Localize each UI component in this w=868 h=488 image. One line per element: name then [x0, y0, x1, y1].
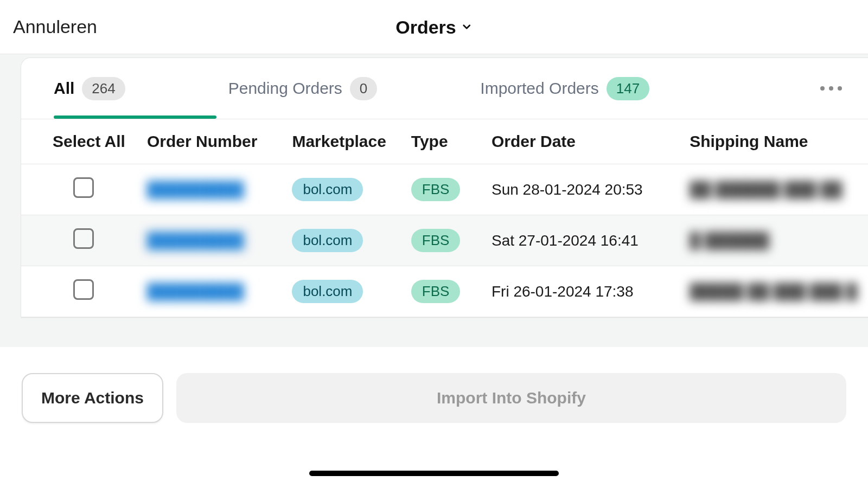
- tabs-row: All 264 Pending Orders 0 Imported Orders…: [21, 58, 868, 119]
- marketplace-badge: bol.com: [292, 229, 363, 252]
- table-row[interactable]: █████████ bol.com FBS Sun 28-01-2024 20:…: [21, 164, 868, 215]
- body-area: All 264 Pending Orders 0 Imported Orders…: [0, 54, 868, 488]
- row-checkbox[interactable]: [73, 228, 94, 249]
- order-date: Fri 26-01-2024 17:38: [481, 266, 679, 317]
- type-badge: FBS: [411, 280, 461, 303]
- shipping-name: ██ ██████ ███ ██: [690, 181, 842, 198]
- tab-all-label: All: [54, 79, 74, 98]
- tab-imported-label: Imported Orders: [480, 79, 598, 98]
- order-number[interactable]: █████████: [147, 232, 244, 249]
- tab-pending-count: 0: [350, 77, 377, 100]
- tab-all[interactable]: All 264: [54, 77, 125, 100]
- active-tab-underline: [54, 115, 216, 119]
- cancel-button[interactable]: Annuleren: [13, 16, 97, 37]
- table-row[interactable]: █████████ bol.com FBS Fri 26-01-2024 17:…: [21, 266, 868, 317]
- col-order-date[interactable]: Order Date: [481, 119, 679, 164]
- top-bar: Annuleren Orders: [0, 0, 868, 54]
- more-actions-button[interactable]: More Actions: [22, 373, 163, 423]
- marketplace-badge: bol.com: [292, 280, 363, 303]
- table-header-row: Select All Order Number Marketplace Type…: [21, 119, 868, 164]
- chevron-down-icon: [461, 21, 473, 33]
- home-indicator[interactable]: [309, 471, 559, 476]
- type-badge: FBS: [411, 229, 461, 252]
- row-checkbox[interactable]: [73, 177, 94, 198]
- col-type[interactable]: Type: [400, 119, 481, 164]
- shipping-name: █████ ██ ███ ███ █: [690, 283, 857, 300]
- order-date: Sat 27-01-2024 16:41: [481, 215, 679, 266]
- tab-pending-label: Pending Orders: [228, 79, 342, 98]
- tab-all-count: 264: [82, 77, 125, 100]
- page-title-dropdown[interactable]: Orders: [395, 16, 473, 37]
- col-order-number[interactable]: Order Number: [136, 119, 281, 164]
- type-badge: FBS: [411, 178, 461, 201]
- col-select-all[interactable]: Select All: [21, 119, 136, 164]
- orders-card: All 264 Pending Orders 0 Imported Orders…: [21, 57, 868, 318]
- orders-table: Select All Order Number Marketplace Type…: [21, 119, 868, 317]
- table-row[interactable]: █████████ bol.com FBS Sat 27-01-2024 16:…: [21, 215, 868, 266]
- tab-imported-count: 147: [607, 77, 649, 100]
- col-shipping-name[interactable]: Shipping Name: [679, 119, 868, 164]
- order-number[interactable]: █████████: [147, 181, 244, 198]
- col-marketplace[interactable]: Marketplace: [281, 119, 400, 164]
- row-checkbox[interactable]: [73, 279, 94, 300]
- tab-imported[interactable]: Imported Orders 147: [480, 77, 649, 100]
- order-date: Sun 28-01-2024 20:53: [481, 164, 679, 215]
- marketplace-badge: bol.com: [292, 178, 363, 201]
- footer-actions: More Actions Import Into Shopify: [0, 347, 868, 488]
- tab-pending[interactable]: Pending Orders 0: [228, 77, 378, 100]
- shipping-name: █ ██████: [690, 232, 769, 249]
- page-title-text: Orders: [395, 16, 456, 37]
- order-number[interactable]: █████████: [147, 283, 244, 300]
- import-into-shopify-button[interactable]: Import Into Shopify: [176, 373, 846, 423]
- more-tabs-icon[interactable]: [816, 82, 846, 95]
